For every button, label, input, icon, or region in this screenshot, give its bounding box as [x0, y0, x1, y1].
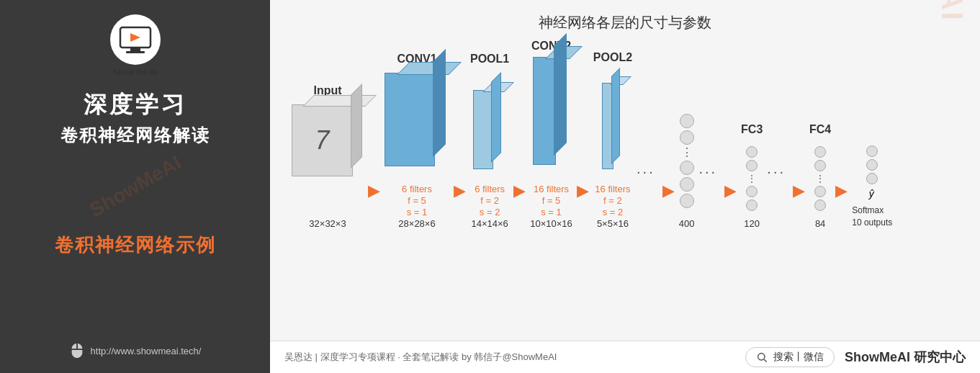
arrow-4: ▶ [574, 181, 592, 229]
conv1-f: f = 5 [408, 195, 426, 206]
main-title: 神经网络各层的尺寸与参数 [270, 0, 980, 40]
pool1-f: f = 2 [480, 195, 499, 206]
fc-400: ⋮ 400 [679, 95, 695, 229]
svg-point-4 [758, 354, 765, 360]
network-row: Input 7 32×32×3 ▶ CONV1 [284, 40, 966, 229]
fc-node [680, 194, 694, 208]
search-label: 搜索丨微信 [773, 351, 824, 364]
fc3-node [746, 199, 758, 211]
arrow-3: ▶ [511, 181, 529, 229]
fc4-label: FC4 [809, 123, 831, 136]
layer-pool2: POOL2 16 filters f = 2 s = 2 5×5×16 [593, 51, 632, 229]
conv2-box [533, 57, 556, 165]
search-icon [756, 351, 768, 363]
svg-line-5 [764, 359, 767, 362]
softmax-label: Softmax10 outputs [852, 205, 892, 229]
dots-2: ··· [696, 163, 720, 229]
diagram-area: Input 7 32×32×3 ▶ CONV1 [270, 40, 980, 341]
output-node [866, 159, 878, 171]
dots-1: ··· [634, 163, 658, 229]
fc-node [680, 114, 694, 128]
logo-icon [117, 24, 153, 55]
layer-fc3: FC3 ⋮ 120 [741, 123, 763, 229]
footer-text: 吴恩达 | 深度学习专项课程 · 全套笔记解读 by 韩信子@ShowMeAI [284, 351, 557, 364]
sidebar-watermark: ShowMeAI [85, 151, 185, 222]
fc4-info: 84 [815, 215, 825, 229]
pool2-s: s = 2 [603, 207, 624, 217]
fc4-node [814, 199, 826, 211]
svg-rect-1 [130, 48, 140, 51]
conv1-s: s = 1 [407, 207, 428, 217]
input-box: 7 [292, 104, 353, 176]
output-node [866, 173, 878, 184]
fc3-node [746, 160, 758, 171]
fc3-num: 120 [744, 218, 760, 229]
pool1-filters: 6 filters [475, 184, 505, 194]
conv1-box [385, 73, 435, 166]
fc4-node [814, 160, 826, 171]
pool1-box [473, 90, 493, 169]
svg-rect-2 [126, 51, 145, 53]
logo-circle [110, 14, 161, 65]
pool1-info: 6 filters f = 2 s = 2 14×14×6 [471, 184, 508, 229]
pool2-label: POOL2 [593, 51, 632, 64]
sidebar: ShowMeAI Show Me AI 深度学习 卷积神经网络解读 卷积神经网络… [0, 0, 270, 373]
arrow-1: ▶ [365, 181, 383, 229]
pool1-label: POOL1 [470, 53, 509, 66]
pool1-s: s = 2 [480, 207, 500, 217]
conv2-f: f = 5 [542, 195, 561, 206]
layer-pool1: POOL1 6 filters f = 2 s = 2 14×14×6 [470, 53, 509, 229]
fc400-num: 400 [679, 218, 695, 229]
brand-text: ShowMeAI 研究中心 [845, 349, 966, 366]
arrow-8: ▶ [832, 181, 850, 229]
y-hat: ŷ [869, 188, 874, 199]
pointer-icon [69, 343, 85, 359]
pool2-filters: 16 filters [595, 184, 630, 194]
pool2-box [602, 83, 613, 169]
arrow-6: ▶ [721, 181, 740, 229]
pool2-f: f = 2 [603, 195, 622, 206]
conv2-filters: 16 filters [534, 184, 569, 194]
fc3-label: FC3 [741, 123, 763, 136]
conv2-s: s = 1 [541, 207, 562, 217]
fc4-node [814, 186, 826, 197]
layer-fc4: FC4 ⋮ 84 [809, 123, 831, 229]
input-info: 32×32×3 [309, 192, 346, 229]
bottom-bar: 吴恩达 | 深度学习专项课程 · 全套笔记解读 by 韩信子@ShowMeAI … [270, 341, 980, 373]
conv2-info: 16 filters f = 5 s = 1 10×10×16 [530, 184, 572, 229]
conv1-filters: 6 filters [402, 184, 432, 194]
fc-node [680, 161, 694, 175]
digit-seven: 7 [315, 125, 329, 156]
logo-area: Show Me AI [110, 14, 161, 76]
pool1-dims: 14×14×6 [471, 218, 508, 229]
sidebar-title2: 卷积神经网络解读 [60, 124, 210, 147]
fc3-node [746, 146, 758, 158]
conv1-dims: 28×28×6 [398, 218, 435, 229]
fc3-node [746, 186, 758, 197]
fc3-info: 120 [744, 215, 760, 229]
arrow-2: ▶ [451, 181, 469, 229]
input-dims: 32×32×3 [309, 218, 346, 229]
fc-node [680, 130, 694, 145]
fc4-node [814, 146, 826, 158]
main-content: ShowMeAI 神经网络各层的尺寸与参数 Input 7 32×32×3 ▶ [270, 0, 980, 373]
sidebar-footer: http://www.showmeai.tech/ [69, 343, 202, 359]
pool2-info: 16 filters f = 2 s = 2 5×5×16 [595, 184, 630, 229]
sidebar-highlight: 卷积神经网络示例 [55, 233, 216, 258]
output-layer: ŷ Softmax10 outputs [852, 118, 892, 229]
output-node [866, 145, 878, 157]
arrow-5: ▶ [660, 181, 678, 229]
layer-conv2: CONV2 16 filters f = 5 s = 1 10×10×16 [530, 40, 572, 229]
search-badge[interactable]: 搜索丨微信 [745, 347, 835, 367]
svg-marker-3 [130, 33, 140, 42]
url-text: http://www.showmeai.tech/ [91, 346, 202, 356]
softmax-info: Softmax10 outputs [852, 205, 892, 229]
arrow-7: ▶ [790, 181, 808, 229]
dots-3: ··· [764, 163, 788, 229]
fc-node [680, 177, 694, 192]
layer-input: Input 7 32×32×3 [292, 84, 364, 229]
fc400-info: 400 [679, 215, 695, 229]
layer-conv1: CONV1 6 filters f = 5 s = 1 28×28×6 [385, 53, 449, 229]
pool2-dims: 5×5×16 [597, 218, 629, 229]
conv1-info: 6 filters f = 5 s = 1 28×28×6 [398, 184, 435, 229]
